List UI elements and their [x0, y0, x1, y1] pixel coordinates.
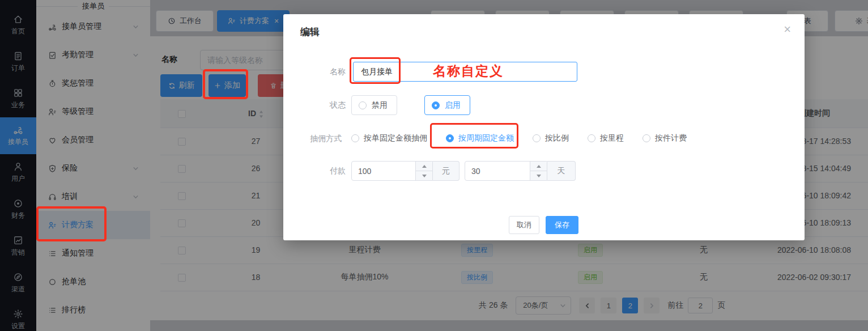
- status-label: 状态: [297, 100, 346, 111]
- stepper-controls: [415, 162, 432, 180]
- caret-up-icon: [537, 165, 541, 168]
- radio-icon: [643, 134, 650, 142]
- step-up-button[interactable]: [530, 162, 547, 171]
- radio-icon: [446, 134, 454, 142]
- amount-unit: 元: [433, 161, 459, 181]
- plan-name-value: 包月接单: [361, 67, 393, 77]
- period-value: 30: [471, 167, 480, 176]
- caret-down-icon: [422, 175, 427, 177]
- caret-down-icon: [537, 175, 541, 177]
- step-down-button[interactable]: [416, 171, 432, 180]
- radio-icon: [359, 101, 367, 109]
- amount-value: 100: [358, 167, 371, 176]
- dialog-title: 编辑: [300, 26, 320, 39]
- period-stepper[interactable]: 30: [465, 161, 547, 181]
- plan-name-input[interactable]: 包月接单: [353, 62, 577, 82]
- payment-label: 付款: [297, 166, 346, 176]
- period-unit: 天: [547, 161, 576, 181]
- step-down-button[interactable]: [530, 171, 547, 180]
- stepper-controls: [530, 162, 547, 180]
- amount-stepper[interactable]: 100: [351, 161, 433, 181]
- radio-status-disabled[interactable]: 禁用: [351, 95, 397, 115]
- commission-label: 抽佣方式: [293, 134, 342, 144]
- name-label: 名称: [297, 67, 346, 77]
- radio-by-mileage[interactable]: 按里程: [588, 133, 624, 143]
- radio-fixed-per-period[interactable]: 按周期固定金额: [446, 133, 514, 143]
- step-up-button[interactable]: [416, 162, 432, 171]
- edit-dialog: 编辑 × 名称 包月接单 状态 禁用 启用 抽佣方式 按单固定金额抽佣 按周期固…: [283, 14, 805, 240]
- radio-icon: [533, 134, 541, 142]
- commission-options: 按单固定金额抽佣 按周期固定金额 按比例 按里程 按件计费: [351, 133, 687, 143]
- cancel-button[interactable]: 取消: [509, 216, 539, 234]
- save-button[interactable]: 保存: [546, 216, 578, 234]
- app-screen: 首页 订单 业务 接单员 用户 财务 营销 渠道: [0, 0, 868, 331]
- caret-up-icon: [422, 165, 427, 168]
- radio-icon: [351, 134, 359, 142]
- radio-status-enabled[interactable]: 启用: [424, 95, 470, 115]
- radio-by-piece[interactable]: 按件计费: [643, 133, 687, 143]
- radio-icon: [588, 134, 595, 142]
- radio-by-ratio[interactable]: 按比例: [533, 133, 569, 143]
- radio-fixed-per-order[interactable]: 按单固定金额抽佣: [351, 133, 427, 143]
- close-icon[interactable]: ×: [784, 22, 791, 37]
- radio-icon: [432, 101, 440, 109]
